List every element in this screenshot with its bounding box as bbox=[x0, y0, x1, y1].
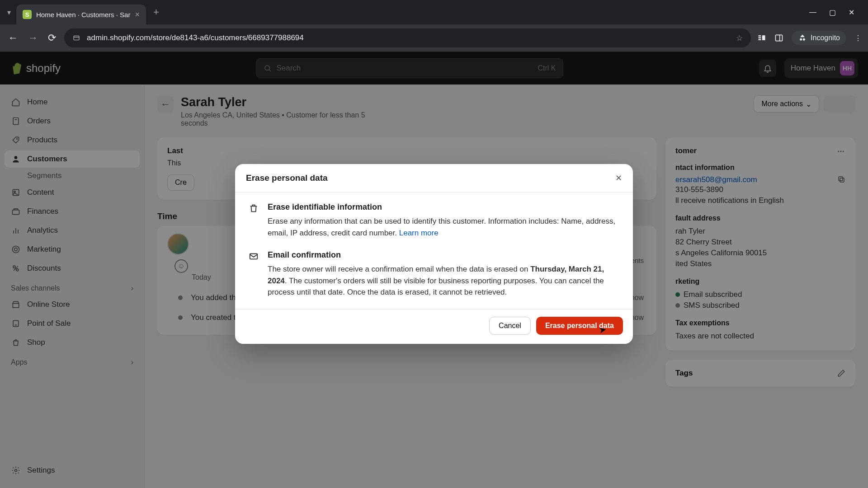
bookmark-icon[interactable]: ☆ bbox=[736, 33, 743, 43]
modal-title: Erase personal data bbox=[246, 173, 328, 183]
browser-chrome: ▾ S Home Haven · Customers · Sar × + — ▢… bbox=[0, 0, 868, 52]
section-title: Erase identifiable information bbox=[268, 202, 620, 212]
tab-title: Home Haven · Customers · Sar bbox=[36, 11, 130, 19]
tab-bar: ▾ S Home Haven · Customers · Sar × + — ▢… bbox=[0, 0, 868, 24]
back-icon[interactable]: ← bbox=[6, 30, 20, 46]
browser-tab[interactable]: S Home Haven · Customers · Sar × bbox=[16, 5, 146, 24]
svg-point-9 bbox=[803, 38, 805, 41]
incognito-chip[interactable]: Incognito bbox=[792, 31, 846, 45]
svg-rect-6 bbox=[776, 35, 783, 41]
learn-more-link[interactable]: Learn more bbox=[399, 229, 439, 237]
site-info-icon[interactable] bbox=[72, 34, 80, 42]
maximize-icon[interactable]: ▢ bbox=[829, 8, 836, 17]
minimize-icon[interactable]: — bbox=[809, 8, 816, 17]
envelope-icon bbox=[248, 250, 259, 262]
reload-icon[interactable]: ⟳ bbox=[46, 30, 58, 46]
trash-icon bbox=[248, 202, 259, 214]
side-panel-icon[interactable] bbox=[774, 33, 783, 42]
url-input[interactable]: admin.shopify.com/store/de8143-a6/custom… bbox=[64, 28, 751, 47]
svg-rect-0 bbox=[74, 36, 79, 40]
svg-rect-4 bbox=[759, 39, 761, 41]
modal-overlay[interactable]: Erase personal data ✕ Erase identifiable… bbox=[0, 52, 868, 488]
tab-list-dropdown-icon[interactable]: ▾ bbox=[5, 5, 14, 19]
url-text: admin.shopify.com/store/de8143-a6/custom… bbox=[87, 33, 304, 42]
forward-icon[interactable]: → bbox=[26, 30, 40, 46]
section-text: Erase any information that can be used t… bbox=[268, 216, 620, 239]
confirm-erase-button[interactable]: Erase personal data bbox=[536, 317, 623, 335]
svg-rect-2 bbox=[759, 35, 761, 37]
erase-data-modal: Erase personal data ✕ Erase identifiable… bbox=[235, 164, 633, 344]
extensions-icon[interactable] bbox=[757, 33, 766, 42]
address-bar: ← → ⟳ admin.shopify.com/store/de8143-a6/… bbox=[0, 24, 868, 52]
svg-rect-5 bbox=[762, 35, 765, 40]
close-window-icon[interactable]: ✕ bbox=[849, 8, 854, 17]
section-title: Email confirmation bbox=[268, 250, 620, 260]
cancel-button[interactable]: Cancel bbox=[489, 317, 531, 335]
close-icon[interactable]: ✕ bbox=[615, 173, 622, 183]
new-tab-icon[interactable]: + bbox=[149, 6, 164, 18]
svg-rect-33 bbox=[250, 254, 258, 259]
shopify-favicon-icon: S bbox=[23, 10, 32, 19]
browser-menu-icon[interactable]: ⋮ bbox=[854, 34, 862, 42]
incognito-label: Incognito bbox=[811, 34, 840, 42]
close-tab-icon[interactable]: × bbox=[135, 10, 140, 19]
svg-rect-3 bbox=[759, 37, 761, 38]
section-text: The store owner will receive a confirmat… bbox=[268, 263, 620, 298]
incognito-icon bbox=[798, 33, 807, 42]
svg-point-8 bbox=[800, 38, 802, 41]
window-controls: — ▢ ✕ bbox=[809, 8, 863, 17]
